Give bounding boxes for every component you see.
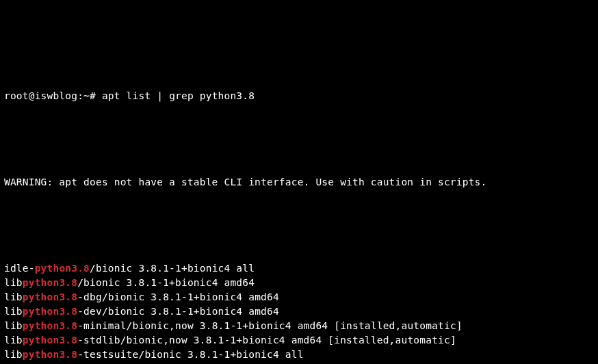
package-prefix: lib — [4, 349, 23, 360]
package-line: libpython3.8-dev/bionic 3.8.1-1+bionic4 … — [4, 304, 598, 319]
prompt-line: root@iswblog:~# apt list | grep python3.… — [4, 89, 598, 103]
blank-line — [4, 218, 598, 233]
prompt-command: apt list | grep python3.8 — [96, 90, 255, 101]
prompt-path: :~# — [77, 90, 96, 101]
terminal-window[interactable]: root@iswblog:~# apt list | grep python3.… — [4, 60, 598, 364]
package-suffix: -minimal/bionic,now 3.8.1-1+bionic4 amd6… — [77, 320, 463, 331]
package-line: libpython3.8-dbg/bionic 3.8.1-1+bionic4 … — [4, 290, 598, 304]
grep-match: python3.8 — [23, 306, 77, 317]
package-line: libpython3.8/bionic 3.8.1-1+bionic4 amd6… — [4, 276, 598, 290]
warning-line: WARNING: apt does not have a stable CLI … — [4, 175, 598, 190]
package-suffix: -stdlib/bionic,now 3.8.1-1+bionic4 amd64… — [77, 335, 456, 346]
grep-match: python3.8 — [23, 320, 77, 331]
grep-match: python3.8 — [23, 277, 77, 288]
package-line: libpython3.8-stdlib/bionic,now 3.8.1-1+b… — [4, 333, 598, 348]
blank-line — [4, 132, 598, 146]
package-prefix: lib — [4, 335, 23, 346]
package-prefix: lib — [4, 277, 23, 288]
prompt-user-host: root@iswblog — [4, 90, 77, 101]
package-prefix: lib — [4, 291, 23, 302]
package-line: libpython3.8-testsuite/bionic 3.8.1-1+bi… — [4, 348, 598, 362]
package-prefix: lib — [4, 320, 23, 331]
grep-match: python3.8 — [23, 335, 77, 346]
grep-match: python3.8 — [23, 349, 77, 360]
package-suffix: -dev/bionic 3.8.1-1+bionic4 amd64 — [77, 306, 279, 317]
package-prefix: idle- — [4, 263, 35, 274]
grep-match: python3.8 — [35, 263, 90, 274]
grep-match: python3.8 — [23, 291, 77, 302]
package-line: libpython3.8-minimal/bionic,now 3.8.1-1+… — [4, 319, 598, 333]
package-suffix: -dbg/bionic 3.8.1-1+bionic4 amd64 — [77, 291, 279, 302]
package-line: idle-python3.8/bionic 3.8.1-1+bionic4 al… — [4, 261, 598, 276]
package-prefix: lib — [4, 306, 23, 317]
package-suffix: /bionic 3.8.1-1+bionic4 amd64 — [77, 277, 255, 288]
package-suffix: -testsuite/bionic 3.8.1-1+bionic4 all — [77, 349, 303, 360]
output-lines: idle-python3.8/bionic 3.8.1-1+bionic4 al… — [4, 261, 598, 364]
package-suffix: /bionic 3.8.1-1+bionic4 all — [90, 263, 255, 274]
